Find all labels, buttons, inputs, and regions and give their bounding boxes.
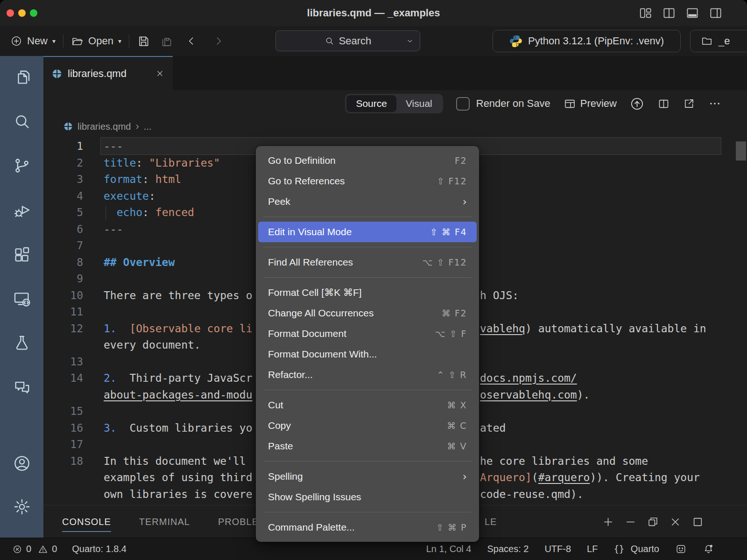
more-actions-icon[interactable] [708,97,721,110]
menu-item-command-palette[interactable]: Command Palette...⇧ ⌘ P [256,517,479,538]
activitybar-explorer[interactable] [12,67,32,87]
feedback-smiley-icon[interactable] [675,543,687,555]
menu-item-shortcut: ⌘ X [447,400,467,410]
menu-item-shortcut: ⌘ C [447,420,467,431]
activitybar-account[interactable] [12,454,32,473]
activitybar-run-and-debug[interactable] [12,200,32,220]
editor-scrollbar[interactable] [736,141,746,161]
line-number: 6 [43,221,83,238]
panel-tab-console[interactable]: CONSOLE [62,506,111,538]
menu-item-shortcut: ⇧ F12 [437,176,467,186]
open-button-label: Open [88,35,113,47]
menu-item-label: Refactor... [268,369,437,380]
new-button[interactable]: New ▾ [10,35,56,47]
tab-label: libraries.qmd [68,68,127,80]
panel-layout-icon[interactable] [685,6,699,20]
menu-item-go-to-references[interactable]: Go to References⇧ F12 [256,171,479,191]
line-number: 14 [43,370,83,387]
line-number: 8 [43,254,83,271]
panel-tab-terminal[interactable]: TERMINAL [139,506,190,538]
workspace-button[interactable]: _e [690,30,747,52]
navigate-back-icon[interactable] [185,35,197,47]
interpreter-selector[interactable]: Python 3.12.1 (PipEnv: .venv) [493,30,681,52]
notifications-bell-icon[interactable] [703,543,714,555]
new-console-icon[interactable] [602,516,614,528]
tab-libraries-qmd[interactable]: libraries.qmd [43,56,173,90]
warning-icon [38,544,48,554]
close-panel-icon[interactable] [669,516,682,528]
menu-item-edit-in-visual-mode[interactable]: Edit in Visual Mode⇧ ⌘ F4 [258,222,477,242]
secondary-sidebar-layout-icon[interactable] [709,6,723,20]
menu-item-show-spelling-issues[interactable]: Show Spelling Issues [256,487,479,507]
menu-item-shortcut: F2 [455,155,467,166]
render-icon[interactable] [630,97,644,111]
menu-item-paste[interactable]: Paste⌘ V [256,436,479,456]
menu-item-spelling[interactable]: Spelling› [256,466,479,487]
menu-item-shortcut: ⇧ ⌘ P [436,522,467,532]
menu-item-refactor[interactable]: Refactor...⌃ ⇧ R [256,364,479,385]
source-mode-button[interactable]: Source [346,95,396,112]
cursor-position-status[interactable]: Ln 1, Col 4 [426,544,472,554]
line-number: 5 [43,204,83,221]
open-in-new-window-icon[interactable] [683,98,695,110]
titlebar: libraries.qmd — _examples [0,0,747,26]
debug-icon [13,201,31,219]
menu-item-shortcut: ⌘ V [447,441,467,451]
breadcrumb-file[interactable]: libraries.qmd [78,121,131,132]
submenu-chevron-icon: › [463,196,467,208]
new-button-label: New [27,35,48,47]
close-tab-icon[interactable] [155,69,164,78]
save-icon[interactable] [137,35,150,48]
save-all-icon[interactable] [160,35,173,48]
menu-item-change-all-occurrences[interactable]: Change All Occurrences⌘ F2 [256,303,479,323]
language-label: Quarto [631,544,659,554]
menu-item-shortcut: ⌥ ⇧ F12 [423,257,467,267]
activitybar-extensions[interactable] [12,245,32,264]
covered-panel-tab-fragment: LE [485,505,497,538]
submenu-chevron-icon: › [463,470,467,483]
eol-status[interactable]: LF [587,544,598,554]
menu-item-cut[interactable]: Cut⌘ X [256,395,479,415]
menu-item-peek[interactable]: Peek› [256,191,479,212]
maximize-panel-icon[interactable] [691,516,704,528]
menu-item-shortcut: ⌥ ⇧ F [435,329,467,339]
activitybar-search[interactable] [12,112,32,131]
quarto-version-status[interactable]: Quarto: 1.8.4 [72,544,127,554]
visual-mode-button[interactable]: Visual [396,95,442,112]
menu-item-format-document-with[interactable]: Format Document With... [256,344,479,364]
menu-item-label: Paste [268,441,447,452]
error-count: 0 [26,544,31,554]
chevron-down-icon[interactable] [406,37,414,45]
activitybar-source-control[interactable] [12,156,32,175]
menu-item-format-cell-k-f[interactable]: Format Cell [⌘K ⌘F] [256,282,479,303]
breadcrumb[interactable]: libraries.qmd › ... [63,120,151,133]
menu-item-go-to-definition[interactable]: Go to DefinitionF2 [256,150,479,171]
encoding-status[interactable]: UTF-8 [544,544,571,554]
preview-button[interactable]: Preview [564,98,617,110]
render-on-save-checkbox[interactable] [456,97,470,111]
line-number: 4 [43,188,83,205]
minimize-panel-icon[interactable] [624,516,637,528]
open-button[interactable]: Open ▾ [71,35,121,48]
activitybar-settings[interactable] [12,497,32,517]
activitybar-testing[interactable] [12,333,32,353]
split-editor-icon[interactable] [657,98,670,110]
line-number: 1 [43,138,83,155]
restore-panel-icon[interactable] [647,516,659,528]
language-mode-status[interactable]: {} Quarto [613,544,659,554]
activitybar-remote-explorer[interactable] [12,289,32,308]
menu-item-copy[interactable]: Copy⌘ C [256,415,479,436]
breadcrumb-ellipsis[interactable]: ... [144,121,152,132]
split-editor-layout-icon[interactable] [662,6,676,20]
activitybar-comments[interactable] [12,378,32,397]
top-action-bar: New ▾ Open ▾ Search [0,26,747,56]
warning-count: 0 [52,544,57,554]
customize-layout-icon[interactable] [639,6,653,20]
problems-status[interactable]: 0 0 [12,544,57,554]
search-input[interactable]: Search [275,30,420,51]
line-number: 11 [43,304,83,321]
navigate-forward-icon[interactable] [212,35,225,47]
menu-item-find-all-references[interactable]: Find All References⌥ ⇧ F12 [256,252,479,273]
menu-item-format-document[interactable]: Format Document⌥ ⇧ F [256,323,479,344]
indentation-status[interactable]: Spaces: 2 [487,544,529,554]
